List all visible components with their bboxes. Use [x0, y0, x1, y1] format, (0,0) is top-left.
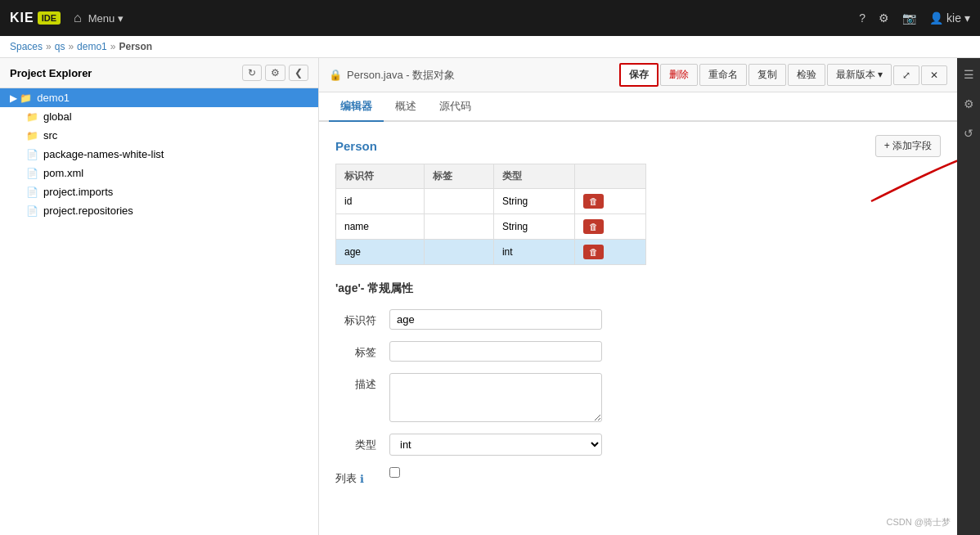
- tree-item-label: src: [43, 129, 57, 142]
- user-label: kie: [946, 11, 961, 25]
- home-icon[interactable]: ⌂: [74, 11, 82, 25]
- row-label: [424, 189, 493, 214]
- properties-section: 'age'- 常规属性 标识符 标签 描述 类型: [335, 281, 941, 486]
- sidebar-item-package-names[interactable]: 📄 package-names-white-list: [16, 145, 318, 164]
- sidebar-item-project-repositories[interactable]: 📄 project.repositories: [16, 201, 318, 220]
- main-layout: Project Explorer ↻ ⚙ ❮ ▶ 📁 demo1 📁 globa…: [0, 58, 980, 535]
- row-type: String: [493, 189, 574, 214]
- editor-actions: 保存 删除 重命名 复制 检验 最新版本 ▾ ⤢ ✕: [619, 63, 947, 87]
- type-row: 类型 int String boolean long double: [335, 434, 941, 456]
- editor-tabs: 编辑器 概述 源代码: [319, 92, 957, 122]
- camera-icon[interactable]: 📷: [902, 11, 916, 25]
- collapse-button[interactable]: ❮: [289, 65, 308, 81]
- row-delete-button[interactable]: 🗑: [583, 219, 604, 234]
- tree-item-label: package-names-white-list: [43, 148, 164, 160]
- settings-icon[interactable]: ⚙: [879, 11, 889, 25]
- description-textarea[interactable]: [389, 373, 602, 422]
- add-field-button[interactable]: + 添加字段: [875, 135, 941, 157]
- sidebar-title: Project Explorer: [10, 67, 92, 79]
- row-delete-button[interactable]: 🗑: [583, 194, 604, 209]
- latest-version-button[interactable]: 最新版本 ▾: [827, 64, 892, 86]
- sidebar-actions: ↻ ⚙ ❮: [242, 65, 308, 81]
- tab-source[interactable]: 源代码: [428, 92, 483, 122]
- row-type: String: [493, 214, 574, 240]
- file-icon: 📄: [26, 149, 38, 160]
- tag-input[interactable]: [389, 341, 602, 362]
- editor-header: 🔒 Person.java - 数据对象 保存 删除 重命名 复制 检验 最新版…: [319, 58, 957, 92]
- user-icon: 👤: [929, 11, 943, 25]
- sidebar-item-demo1[interactable]: ▶ 📁 demo1: [0, 88, 318, 107]
- type-select[interactable]: int String boolean long double: [389, 434, 602, 456]
- expand-button[interactable]: ⤢: [893, 65, 919, 85]
- row-label: [424, 240, 493, 265]
- identifier-row: 标识符: [335, 309, 941, 330]
- breadcrumb: Spaces » qs » demo1 » Person: [0, 36, 980, 58]
- tree-item-label: demo1: [37, 92, 70, 104]
- properties-title: 'age'- 常规属性: [335, 281, 941, 296]
- tree-item-label: global: [43, 110, 72, 123]
- table-row[interactable]: age int 🗑: [336, 240, 646, 265]
- breadcrumb-demo1[interactable]: demo1: [77, 41, 107, 52]
- refresh-button[interactable]: ↻: [242, 65, 262, 81]
- list-label: 列表 ℹ: [335, 467, 376, 486]
- navbar: KIE IDE ⌂ Menu ▾ ? ⚙ 📷 👤 kie ▾: [0, 0, 980, 36]
- breadcrumb-spaces[interactable]: Spaces: [10, 41, 43, 52]
- rename-button[interactable]: 重命名: [699, 64, 747, 86]
- table-row[interactable]: name String 🗑: [336, 214, 646, 240]
- user-menu[interactable]: 👤 kie ▾: [929, 11, 970, 25]
- editor-title-text: Person.java - 数据对象: [347, 68, 455, 83]
- col-header-type: 类型: [493, 164, 574, 189]
- col-header-actions: [574, 164, 645, 189]
- sidebar-settings-button[interactable]: ⚙: [265, 65, 285, 81]
- sidebar-item-src[interactable]: 📁 src: [16, 126, 318, 145]
- user-chevron: ▾: [964, 11, 970, 25]
- list-info-icon[interactable]: ℹ: [360, 473, 364, 485]
- lock-icon: 🔒: [329, 69, 342, 81]
- col-header-identifier: 标识符: [336, 164, 425, 189]
- tab-editor[interactable]: 编辑器: [329, 92, 384, 122]
- editor-title: 🔒 Person.java - 数据对象: [329, 68, 455, 83]
- tab-overview[interactable]: 概述: [384, 92, 428, 122]
- sidebar-item-pom[interactable]: 📄 pom.xml: [16, 164, 318, 182]
- sidebar-header: Project Explorer ↻ ⚙ ❮: [0, 58, 318, 88]
- list-row: 列表 ℹ: [335, 467, 941, 486]
- copy-button[interactable]: 复制: [748, 64, 786, 86]
- brand-kie: KIE: [10, 11, 34, 25]
- right-sidebar-icon-1[interactable]: ☰: [960, 65, 978, 84]
- row-identifier: name: [336, 214, 425, 240]
- folder-icon: 📁: [26, 130, 38, 142]
- table-row[interactable]: id String 🗑: [336, 189, 646, 214]
- row-actions: 🗑: [574, 189, 645, 214]
- watermark: CSDN @骑士梦: [887, 516, 951, 528]
- help-icon[interactable]: ?: [859, 11, 865, 25]
- list-checkbox-container: [389, 467, 400, 478]
- sidebar-item-global[interactable]: 📁 global: [16, 107, 318, 126]
- right-sidebar: ☰ ⚙ ↺: [957, 58, 980, 535]
- tree-children: 📁 global 📁 src 📄 package-names-white-lis…: [0, 107, 318, 220]
- navbar-right: ? ⚙ 📷 👤 kie ▾: [859, 11, 970, 25]
- tag-label: 标签: [335, 341, 376, 360]
- validate-button[interactable]: 检验: [788, 64, 825, 86]
- close-button[interactable]: ✕: [921, 65, 947, 85]
- folder-icon: ▶ 📁: [10, 92, 32, 104]
- tree-item-label: project.imports: [43, 186, 113, 198]
- list-checkbox[interactable]: [389, 467, 400, 478]
- right-sidebar-icon-3[interactable]: ↺: [960, 124, 977, 143]
- save-button[interactable]: 保存: [619, 63, 659, 87]
- sidebar-item-project-imports[interactable]: 📄 project.imports: [16, 182, 318, 201]
- file-icon: 📄: [26, 205, 38, 217]
- tree-item-label: pom.xml: [43, 167, 83, 179]
- tree-item-label: project.repositories: [43, 205, 133, 217]
- breadcrumb-current: Person: [119, 41, 152, 52]
- identifier-label: 标识符: [335, 309, 376, 328]
- type-label: 类型: [335, 434, 376, 452]
- delete-button[interactable]: 删除: [660, 64, 698, 86]
- row-delete-button[interactable]: 🗑: [583, 245, 604, 259]
- right-sidebar-icon-2[interactable]: ⚙: [960, 94, 978, 114]
- tag-row: 标签: [335, 341, 941, 362]
- menu-button[interactable]: Menu ▾: [88, 12, 124, 25]
- breadcrumb-qs[interactable]: qs: [55, 41, 65, 52]
- identifier-input[interactable]: [389, 309, 602, 330]
- row-label: [424, 214, 493, 240]
- content-area: 🔒 Person.java - 数据对象 保存 删除 重命名 复制 检验 最新版…: [319, 58, 957, 535]
